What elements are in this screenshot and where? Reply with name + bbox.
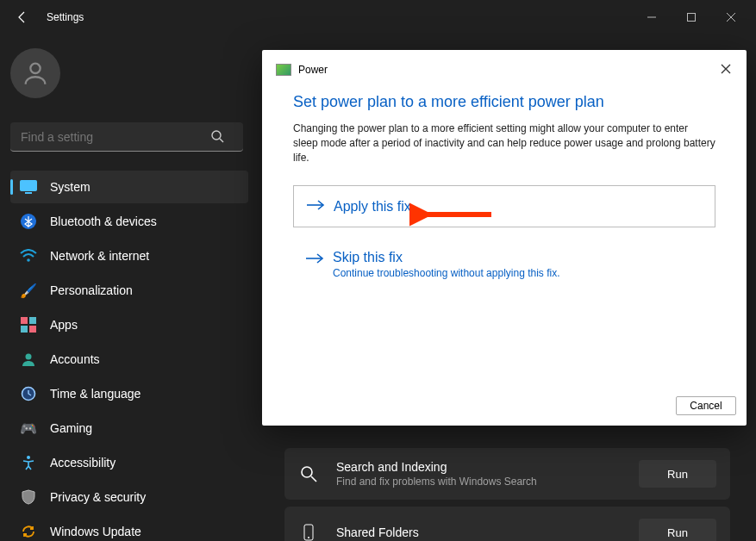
svg-rect-5 [21, 181, 37, 191]
person-icon [19, 350, 38, 369]
sidebar-item-label: Apps [50, 318, 78, 332]
apply-fix-label: Apply this fix [334, 199, 411, 215]
bluetooth-icon [19, 212, 38, 231]
svg-point-2 [30, 64, 40, 73]
apps-icon [19, 315, 38, 334]
dialog-tool-title: Power [298, 64, 328, 76]
sidebar-item-time[interactable]: Time & language [10, 377, 248, 410]
svg-rect-1 [688, 14, 696, 22]
shield-icon [19, 488, 38, 507]
sidebar-item-accounts[interactable]: Accounts [10, 343, 248, 376]
back-button[interactable] [5, 0, 40, 34]
sidebar-item-system[interactable]: System [10, 171, 248, 203]
sidebar-item-label: Gaming [50, 421, 92, 435]
sidebar-item-label: Accounts [50, 352, 100, 366]
svg-rect-12 [29, 326, 36, 333]
dialog-description: Changing the power plan to a more effici… [293, 121, 715, 165]
arrow-right-icon [306, 196, 325, 216]
dialog-close-button[interactable] [714, 59, 738, 81]
svg-rect-11 [21, 326, 28, 333]
svg-point-15 [27, 456, 30, 459]
sidebar-item-label: Windows Update [50, 525, 141, 538]
svg-rect-9 [21, 317, 28, 324]
svg-rect-10 [29, 317, 36, 324]
wifi-icon [19, 246, 38, 265]
avatar[interactable] [10, 48, 60, 98]
sidebar: System Bluetooth & devices Network & int… [0, 34, 259, 541]
svg-point-3 [212, 131, 221, 140]
svg-point-19 [308, 537, 309, 538]
sidebar-item-bluetooth[interactable]: Bluetooth & devices [10, 205, 248, 238]
sidebar-item-label: Accessibility [50, 456, 116, 469]
search-input[interactable] [10, 122, 243, 152]
brush-icon: 🖌️ [19, 281, 38, 300]
svg-rect-6 [25, 192, 32, 194]
sidebar-item-accessibility[interactable]: Accessibility [10, 446, 248, 479]
titlebar: Settings [0, 0, 756, 34]
svg-point-16 [302, 467, 312, 477]
sidebar-item-label: Time & language [50, 387, 141, 401]
ts-subtitle: Find and fix problems with Windows Searc… [336, 476, 639, 488]
sidebar-item-update[interactable]: Windows Update [10, 515, 248, 541]
skip-fix-sublabel: Continue troubleshooting without applyin… [333, 267, 560, 279]
troubleshoot-row-search[interactable]: Search and Indexing Find and fix problem… [284, 448, 730, 500]
sidebar-item-label: Network & internet [50, 249, 149, 263]
svg-point-8 [27, 258, 30, 262]
update-icon [19, 522, 38, 541]
troubleshoot-row-shared[interactable]: Shared Folders Run [284, 507, 730, 541]
skip-fix-option[interactable]: Skip this fix Continue troubleshooting w… [293, 239, 715, 289]
search-icon [298, 463, 319, 484]
system-icon [19, 177, 38, 196]
folder-icon [298, 522, 319, 541]
troubleshooter-dialog: Power Set power plan to a more efficient… [262, 50, 747, 426]
sidebar-item-gaming[interactable]: 🎮 Gaming [10, 412, 248, 445]
sidebar-item-privacy[interactable]: Privacy & security [10, 481, 248, 513]
app-title: Settings [47, 11, 84, 23]
accessibility-icon [19, 453, 38, 472]
power-icon [276, 64, 291, 76]
svg-line-4 [220, 139, 223, 142]
sidebar-item-personalization[interactable]: 🖌️ Personalization [10, 274, 248, 307]
sidebar-item-apps[interactable]: Apps [10, 308, 248, 341]
arrow-right-icon [305, 250, 324, 270]
sidebar-item-label: System [50, 180, 91, 194]
maximize-button[interactable] [672, 0, 711, 34]
ts-title: Search and Indexing [336, 460, 639, 474]
svg-line-17 [311, 476, 316, 482]
dialog-heading: Set power plan to a more efficient power… [293, 93, 715, 111]
run-button[interactable]: Run [639, 460, 716, 488]
search-icon [210, 129, 224, 146]
skip-fix-label: Skip this fix [333, 250, 560, 265]
apply-fix-option[interactable]: Apply this fix [293, 185, 715, 227]
sidebar-item-label: Privacy & security [50, 490, 146, 504]
minimize-button[interactable] [632, 0, 672, 34]
gamepad-icon: 🎮 [19, 419, 38, 438]
sidebar-item-label: Personalization [50, 283, 133, 297]
clock-icon [19, 384, 38, 403]
run-button[interactable]: Run [639, 519, 716, 541]
sidebar-item-network[interactable]: Network & internet [10, 239, 248, 272]
sidebar-item-label: Bluetooth & devices [50, 215, 157, 228]
svg-point-13 [26, 354, 32, 360]
ts-title: Shared Folders [336, 525, 639, 539]
cancel-button[interactable]: Cancel [676, 396, 736, 415]
close-button[interactable] [711, 0, 751, 34]
